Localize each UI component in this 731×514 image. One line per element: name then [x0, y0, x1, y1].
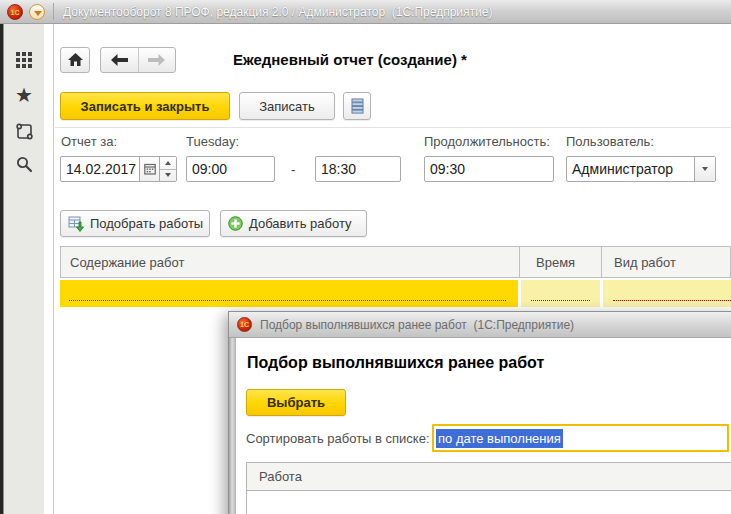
user-label: Пользователь:	[566, 134, 654, 149]
work-content-cell[interactable]	[60, 280, 518, 307]
dialog-heading: Подбор выполнявшихся ранее работ	[247, 354, 544, 372]
time-to-value: 18:30	[321, 161, 356, 177]
weekday-label: Tuesday:	[186, 134, 239, 149]
sidebar: ★	[0, 24, 44, 514]
time-from-field[interactable]: 09:00	[186, 156, 275, 182]
add-work-label: Добавить работу	[249, 216, 352, 231]
home-icon	[68, 53, 83, 67]
sidebar-search-button[interactable]	[6, 150, 42, 178]
history-scroll-icon	[15, 122, 34, 141]
chevron-down-icon	[702, 167, 708, 171]
work-time-cell[interactable]	[521, 280, 600, 307]
save-button[interactable]: Записать	[239, 92, 335, 120]
window-title-bar: 1С Документооборот 8 ПРОФ, редакция 2.0 …	[0, 0, 731, 24]
forward-arrow-icon	[148, 54, 165, 66]
home-button[interactable]	[60, 47, 90, 73]
spinner-down-icon	[165, 173, 171, 177]
back-button[interactable]	[101, 48, 138, 72]
back-arrow-icon	[111, 54, 128, 66]
sort-input[interactable]: по дате выполнения	[432, 424, 729, 452]
app-window: 1С Документооборот 8 ПРОФ, редакция 2.0 …	[0, 0, 731, 514]
pick-works-icon	[68, 216, 84, 232]
pick-works-label: Подобрать работы	[90, 216, 203, 231]
window-title: Документооборот 8 ПРОФ, редакция 2.0 / А…	[63, 5, 492, 19]
dialog-column-header-work[interactable]: Работа	[246, 462, 731, 491]
spinner-down-button[interactable]	[160, 170, 176, 182]
dialog-title: Подбор выполнявшихся ранее работ (1С:Пре…	[260, 318, 574, 332]
user-value: Администратор	[572, 161, 673, 177]
search-icon	[15, 155, 34, 174]
time-range-dash: -	[291, 162, 295, 177]
1c-logo-text: 1С	[11, 9, 20, 16]
dialog-title-bar: 1С Подбор выполнявшихся ранее работ (1С:…	[229, 312, 731, 338]
sidebar-menu-button[interactable]	[6, 46, 42, 74]
time-from-value: 09:00	[192, 161, 227, 177]
page-title: Ежедневный отчет (создание) *	[233, 51, 467, 68]
dialog-left-frame	[229, 338, 236, 514]
sidebar-content-separator	[53, 24, 54, 514]
calendar-icon	[144, 163, 156, 175]
main-menu-button[interactable]	[29, 4, 45, 20]
spinner-up-icon	[165, 161, 171, 165]
select-button[interactable]: Выбрать	[246, 389, 346, 416]
required-field-marker	[531, 300, 590, 301]
time-to-field[interactable]: 18:30	[315, 156, 401, 182]
show-in-list-button[interactable]	[343, 92, 371, 120]
column-header-time[interactable]: Время	[520, 247, 601, 277]
1c-logo-icon: 1С	[7, 4, 23, 20]
work-type-cell[interactable]	[603, 280, 731, 307]
history-nav-group	[100, 47, 176, 73]
sort-label: Сортировать работы в списке:	[246, 431, 430, 446]
pick-works-button[interactable]: Подобрать работы	[60, 210, 210, 237]
duration-field[interactable]: 09:30	[424, 156, 554, 182]
date-spinner[interactable]	[160, 157, 176, 181]
duration-value: 09:30	[430, 161, 465, 177]
calendar-button[interactable]	[140, 157, 159, 181]
add-work-button[interactable]: Добавить работу	[220, 210, 367, 237]
sidebar-edge-highlight	[3, 24, 4, 514]
pick-works-dialog: 1С Подбор выполнявшихся ранее работ (1С:…	[228, 311, 731, 514]
sidebar-history-button[interactable]	[6, 117, 42, 145]
sort-selected-text: по дате выполнения	[436, 429, 563, 448]
save-and-close-button[interactable]: Записать и закрыть	[60, 92, 230, 120]
user-select[interactable]: Администратор	[566, 156, 716, 182]
titlebar-separator	[53, 3, 54, 20]
column-header-worktype[interactable]: Вид работ	[602, 247, 730, 277]
report-date-label: Отчет за:	[61, 134, 117, 149]
report-date-field[interactable]: 14.02.2017	[60, 156, 177, 182]
duration-label: Продолжительность:	[424, 134, 550, 149]
dialog-table-body[interactable]	[246, 491, 731, 514]
forward-button[interactable]	[138, 48, 175, 72]
list-stack-icon	[351, 98, 364, 114]
chevron-down-icon	[34, 11, 42, 16]
1c-logo-text: 1С	[240, 321, 249, 328]
1c-logo-icon: 1С	[237, 317, 252, 332]
required-field-marker	[69, 300, 506, 301]
works-table-selected-row[interactable]	[60, 280, 731, 307]
sidebar-favorites-button[interactable]: ★	[6, 81, 42, 109]
column-header-content[interactable]: Содержание работ	[61, 247, 519, 277]
spinner-up-button[interactable]	[160, 157, 176, 169]
grid-menu-icon	[15, 51, 33, 69]
user-dropdown-button[interactable]	[694, 157, 715, 181]
works-table-header: Содержание работ Время Вид работ	[60, 246, 731, 278]
add-plus-icon	[228, 216, 243, 231]
required-field-marker	[613, 300, 731, 301]
star-icon: ★	[15, 85, 33, 105]
command-bar-separator	[55, 127, 731, 128]
report-date-value[interactable]: 14.02.2017	[61, 161, 139, 177]
